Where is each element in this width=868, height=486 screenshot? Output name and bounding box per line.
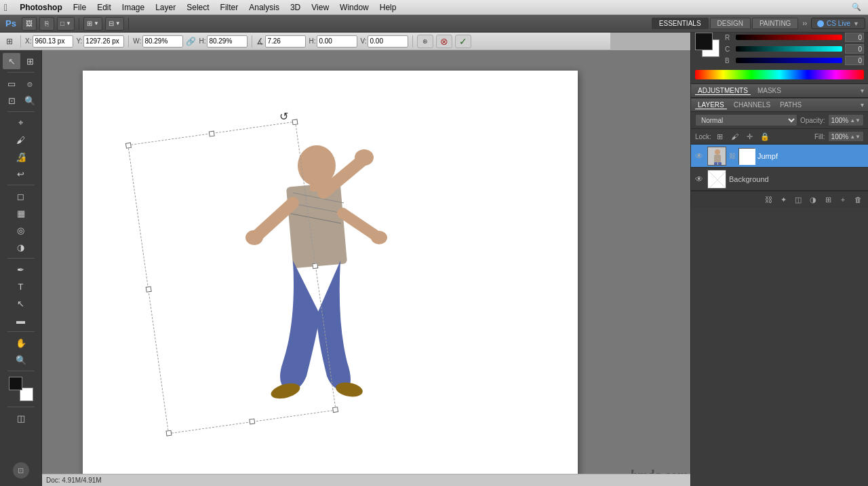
fill-arrows[interactable]: ▲▼ — [850, 134, 861, 140]
clone-stamp-tool[interactable]: 🔏 — [12, 149, 30, 165]
link-layers-btn[interactable]: ⛓ — [762, 194, 774, 205]
gradient-tool[interactable]: ▦ — [12, 205, 30, 221]
zoom-tool[interactable]: 🔍 — [12, 352, 30, 368]
crop-tool[interactable]: ⊡ — [3, 92, 20, 109]
confirm-transform-btn[interactable]: ✓ — [455, 35, 471, 48]
ps-tool-1[interactable]: 🖼 — [22, 17, 37, 31]
menu-file[interactable]: File — [68, 1, 92, 14]
type-tool[interactable]: T — [12, 278, 30, 295]
search-icon[interactable]: 🔍 — [849, 1, 864, 13]
opacity-control[interactable]: 100% ▲▼ — [828, 114, 864, 126]
hand-tool[interactable]: ✋ — [12, 335, 30, 351]
add-group-btn[interactable]: ⊞ — [822, 194, 834, 205]
x-input[interactable] — [33, 35, 73, 48]
lasso-tool[interactable]: ⌾ — [21, 75, 39, 92]
adjustments-panel-collapse[interactable]: ▾ — [861, 87, 864, 94]
warp-btn[interactable]: ⊛ — [417, 35, 433, 48]
spectrum-bar[interactable] — [695, 70, 864, 79]
lock-position-btn[interactable]: ✛ — [744, 131, 756, 142]
menu-select[interactable]: Select — [181, 1, 214, 14]
cancel-transform-btn[interactable]: ⊗ — [436, 35, 452, 48]
c-slider[interactable] — [736, 46, 842, 52]
eraser-tool[interactable]: ◻ — [12, 188, 30, 204]
adjustments-tab[interactable]: ADJUSTMENTS — [695, 87, 751, 95]
handle-middle-right[interactable] — [312, 263, 318, 269]
ps-tool-2[interactable]: ⎘ — [39, 17, 54, 31]
workspace-arrow[interactable]: ›› — [800, 18, 810, 29]
menu-help[interactable]: Help — [374, 1, 402, 14]
handle-bottom-left[interactable] — [165, 430, 172, 436]
handle-top-left[interactable] — [125, 143, 132, 149]
layers-tab[interactable]: LAYERS — [695, 101, 727, 109]
ps-dropdown-1[interactable]: □ ▼ — [57, 17, 75, 31]
layer-row-background[interactable]: 👁 Background — [691, 168, 868, 191]
dodge-tool[interactable]: ◑ — [12, 239, 30, 255]
foreground-color-swatch[interactable] — [9, 377, 22, 390]
handle-bottom-right[interactable] — [332, 407, 338, 413]
lock-all-btn[interactable]: 🔒 — [759, 131, 771, 142]
hskew-input[interactable] — [317, 35, 357, 48]
r-slider[interactable] — [736, 35, 842, 40]
quick-mask-btn[interactable]: ◫ — [12, 410, 30, 426]
handle-middle-left[interactable] — [146, 286, 152, 293]
delete-layer-btn[interactable]: 🗑 — [852, 194, 864, 205]
layer-mask-jumpf[interactable] — [738, 148, 755, 164]
screen-mode-btn[interactable]: ⊡ — [12, 462, 30, 479]
b-slider[interactable] — [736, 58, 842, 63]
workspace-tab-design[interactable]: DESIGN — [710, 18, 751, 29]
blur-tool[interactable]: ◎ — [12, 222, 30, 238]
artboard-tool[interactable]: ⊞ — [21, 53, 39, 69]
menu-filter[interactable]: Filter — [215, 1, 244, 14]
channels-tab[interactable]: CHANNELS — [731, 101, 773, 109]
fg-bg-swatches[interactable] — [695, 33, 719, 57]
b-value[interactable] — [845, 56, 864, 65]
menu-image[interactable]: Image — [117, 1, 150, 14]
menu-photoshop[interactable]: Photoshop — [14, 1, 68, 14]
y-input[interactable] — [83, 35, 124, 48]
cs-live-btn[interactable]: CS Live ▼ — [811, 18, 865, 29]
blend-mode-dropdown[interactable]: Normal Multiply Screen Overlay — [695, 114, 797, 126]
pen-tool[interactable]: ✒ — [12, 261, 30, 278]
layer-visibility-background[interactable]: 👁 — [694, 174, 705, 185]
opacity-arrows[interactable]: ▲▼ — [850, 117, 861, 124]
spot-healing-tool[interactable]: ⌖ — [12, 115, 30, 131]
menu-view[interactable]: View — [306, 1, 334, 14]
menu-window[interactable]: Window — [334, 1, 374, 14]
fill-control[interactable]: 100% ▲▼ — [828, 131, 864, 142]
move-tool[interactable]: ↖ — [3, 53, 20, 69]
add-style-btn[interactable]: ✦ — [777, 194, 789, 205]
h-input[interactable] — [207, 35, 248, 48]
c-value[interactable] — [845, 44, 864, 54]
workspace-tab-painting[interactable]: PAINTING — [752, 18, 798, 29]
menu-3d[interactable]: 3D — [285, 1, 306, 14]
paths-tab[interactable]: PATHS — [777, 101, 804, 109]
handle-top-center[interactable] — [209, 131, 215, 137]
add-layer-btn[interactable]: + — [837, 194, 849, 205]
shape-tool[interactable]: ▬ — [12, 312, 30, 329]
history-brush-tool[interactable]: ↩ — [12, 166, 30, 182]
brush-tool[interactable]: 🖌 — [12, 132, 30, 148]
add-adjustment-btn[interactable]: ◑ — [807, 194, 819, 205]
add-mask-btn[interactable]: ◫ — [792, 194, 804, 205]
rectangular-marquee-tool[interactable]: ▭ — [3, 75, 20, 92]
ps-dropdown-3[interactable]: ⊟ ▼ — [105, 17, 124, 31]
vskew-input[interactable] — [368, 35, 408, 48]
color-swatches[interactable] — [9, 377, 33, 401]
layer-row-jumpf[interactable]: 👁 ⛓ Jumpf — [691, 145, 868, 168]
menu-layer[interactable]: Layer — [150, 1, 181, 14]
masks-tab[interactable]: MASKS — [755, 87, 784, 94]
workspace-tab-essentials[interactable]: ESSENTIALS — [652, 18, 709, 29]
layers-panel-collapse[interactable]: ▾ — [861, 101, 864, 109]
lock-pixels-btn[interactable]: 🖌 — [729, 131, 741, 142]
handle-top-right[interactable] — [292, 119, 298, 125]
menu-analysis[interactable]: Analysis — [243, 1, 285, 14]
transform-options-icon[interactable]: ⊞ — [3, 35, 16, 48]
layer-visibility-jumpf[interactable]: 👁 — [694, 151, 705, 162]
ps-dropdown-2[interactable]: ⊞ ▼ — [83, 17, 102, 31]
foreground-color-large[interactable] — [695, 33, 713, 50]
menu-edit[interactable]: Edit — [92, 1, 117, 14]
lock-transparent-btn[interactable]: ⊞ — [714, 131, 726, 142]
r-value[interactable] — [845, 33, 864, 42]
eyedropper-tool[interactable]: 🔍 — [21, 92, 39, 109]
w-input[interactable] — [142, 35, 183, 48]
